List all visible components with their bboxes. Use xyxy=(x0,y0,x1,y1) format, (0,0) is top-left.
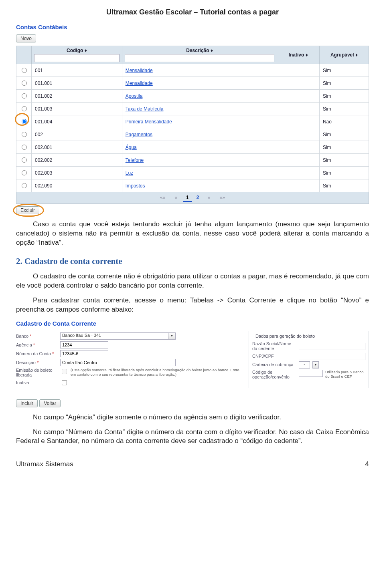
col-inativo[interactable]: Inativo ♦ xyxy=(277,46,319,64)
cell-agrupavel: Sim xyxy=(319,167,369,179)
cell-codigo: 002.002 xyxy=(32,154,122,167)
table-row: 001MensalidadeSim xyxy=(16,64,369,77)
sort-icon: ♦ xyxy=(211,48,213,53)
cell-inativo xyxy=(277,179,319,192)
table-row: 001.004Primeira MensalidadeNão xyxy=(16,115,369,128)
emissao-checkbox[interactable] xyxy=(62,369,67,374)
pager-first[interactable]: «« xyxy=(156,194,169,201)
cell-agrupavel: Sim xyxy=(319,179,369,192)
row-select-radio[interactable] xyxy=(22,183,27,188)
row-select-cell xyxy=(16,167,32,179)
incluir-button[interactable]: Incluir xyxy=(16,399,38,407)
pager-prev[interactable]: « xyxy=(171,194,182,201)
excluir-button[interactable]: Excluir xyxy=(16,206,39,214)
paragraph: Caso a conta que você esteja tentando ex… xyxy=(16,220,369,248)
row-select-radio[interactable] xyxy=(22,157,27,163)
contas-table: Codigo ♦ Descrição ♦ Inativo ♦ Agrupável… xyxy=(16,46,369,204)
cell-agrupavel: Sim xyxy=(319,90,369,103)
col-agrupavel[interactable]: Agrupável ♦ xyxy=(319,46,369,64)
cell-descricao[interactable]: Taxa de Matrícula xyxy=(122,103,277,115)
novo-button[interactable]: Novo xyxy=(16,34,36,42)
codigo-conv-note: Utilizado para o Banco do Brasil e CEF xyxy=(325,370,365,379)
cell-descricao[interactable]: Água xyxy=(122,141,277,154)
cell-inativo xyxy=(277,167,319,179)
pager-last[interactable]: »» xyxy=(216,194,229,201)
cell-inativo xyxy=(277,64,319,77)
label-banco: Banco * xyxy=(16,334,58,338)
row-select-radio[interactable] xyxy=(22,132,27,137)
row-select-cell xyxy=(16,115,32,128)
section-title-contas: Contas Contábeis xyxy=(16,24,369,30)
section-title-cadastro: Cadastro de Conta Corrente xyxy=(16,320,369,327)
row-select-cell xyxy=(16,64,32,77)
paragraph: Para cadastrar conta corrente, acesse o … xyxy=(16,296,369,314)
label-numero-conta: Número da Conta * xyxy=(16,351,58,356)
filter-codigo-input[interactable] xyxy=(34,54,120,62)
boleto-fieldset: Dados para geração do boleto Razão Socia… xyxy=(249,331,369,388)
page-footer: Ultramax Sistemas 4 xyxy=(16,460,369,468)
cell-descricao[interactable]: Pagamentos xyxy=(122,128,277,141)
pager-page-2[interactable]: 2 xyxy=(193,194,203,201)
descricao-input[interactable] xyxy=(60,359,176,366)
cell-agrupavel: Sim xyxy=(319,141,369,154)
cell-agrupavel: Sim xyxy=(319,77,369,90)
cell-inativo xyxy=(277,90,319,103)
emissao-note: (Esta opção somente irá ficar liberada a… xyxy=(71,368,244,377)
inativa-checkbox[interactable] xyxy=(62,380,67,385)
boleto-fieldset-title: Dados para geração do boleto xyxy=(254,334,316,338)
label-carteira: Carteira de cobrança xyxy=(252,362,296,367)
row-select-radio[interactable] xyxy=(22,119,27,124)
row-select-cell xyxy=(16,90,32,103)
numero-conta-input[interactable] xyxy=(60,350,108,357)
cell-descricao[interactable]: Mensalidade xyxy=(122,64,277,77)
row-select-radio[interactable] xyxy=(22,93,27,99)
sort-icon: ♦ xyxy=(85,48,87,53)
cell-codigo: 001.001 xyxy=(32,77,122,90)
codigo-conv-input[interactable] xyxy=(299,370,323,377)
cell-descricao[interactable]: Luz xyxy=(122,167,277,179)
carteira-combobox[interactable]: - xyxy=(299,361,310,369)
cell-descricao[interactable]: Impostos xyxy=(122,179,277,192)
col-select xyxy=(16,46,32,64)
screenshot-contas-contabeis: Contas Contábeis Novo Codigo ♦ Descrição… xyxy=(16,24,369,214)
doc-header: Ultramax Gestão Escolar – Tutorial conta… xyxy=(16,8,369,16)
col-descricao[interactable]: Descrição ♦ xyxy=(122,46,277,64)
row-select-radio[interactable] xyxy=(22,68,27,73)
chevron-down-icon: ▼ xyxy=(312,361,319,369)
table-row: 002.003LuzSim xyxy=(16,167,369,179)
razao-input[interactable] xyxy=(299,343,365,350)
cell-descricao[interactable]: Primeira Mensalidade xyxy=(122,115,277,128)
col-codigo[interactable]: Codigo ♦ xyxy=(32,46,122,64)
cell-codigo: 001.004 xyxy=(32,115,122,128)
row-select-radio[interactable] xyxy=(22,81,27,86)
row-select-cell xyxy=(16,128,32,141)
cell-descricao[interactable]: Mensalidade xyxy=(122,77,277,90)
label-inativa: Inativa xyxy=(16,380,58,385)
heading-cadastro-conta-corrente: 2. Cadastro de conta corrente xyxy=(16,256,369,266)
cell-agrupavel: Sim xyxy=(319,128,369,141)
row-select-radio[interactable] xyxy=(22,106,27,111)
table-row: 002.001ÁguaSim xyxy=(16,141,369,154)
cell-agrupavel: Sim xyxy=(319,154,369,167)
cell-descricao[interactable]: Telefone xyxy=(122,154,277,167)
cell-inativo xyxy=(277,115,319,128)
table-row: 001.002ApostilaSim xyxy=(16,90,369,103)
voltar-button[interactable]: Voltar xyxy=(39,399,61,407)
pager-next[interactable]: » xyxy=(204,194,215,201)
filter-descricao-input[interactable] xyxy=(125,54,275,62)
row-select-radio[interactable] xyxy=(22,145,27,150)
sort-icon: ♦ xyxy=(355,52,358,58)
screenshot-cadastro-conta-corrente: Cadastro de Conta Corrente Banco * Banco… xyxy=(16,320,369,407)
row-select-cell xyxy=(16,154,32,167)
row-select-cell xyxy=(16,77,32,90)
footer-page-number: 4 xyxy=(365,460,369,468)
banco-combobox[interactable]: Banco Itau Sa - 341 ▼ xyxy=(60,332,176,340)
row-select-cell xyxy=(16,103,32,115)
pager-page-1[interactable]: 1 xyxy=(183,194,192,202)
row-select-radio[interactable] xyxy=(22,170,27,175)
agencia-input[interactable] xyxy=(60,341,108,348)
pager: «« « 1 2 » »» xyxy=(16,192,369,204)
cnpj-input[interactable] xyxy=(299,353,365,360)
cell-descricao[interactable]: Apostila xyxy=(122,90,277,103)
cell-agrupavel: Sim xyxy=(319,64,369,77)
